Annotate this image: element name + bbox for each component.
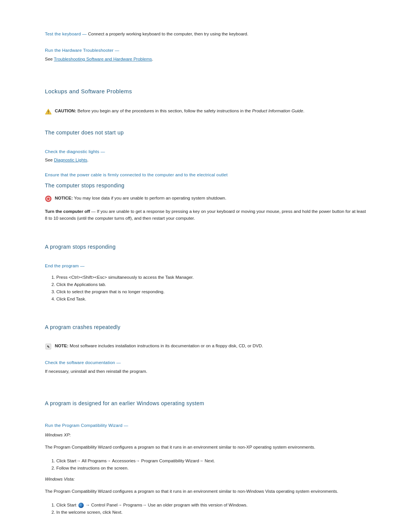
list-item: Click the Applications tab.	[56, 281, 366, 288]
turn-off-block: Turn the computer off — If you are unabl…	[45, 208, 366, 222]
note-block: ✎ NOTE: Most software includes installat…	[45, 343, 366, 350]
list-item: Press <Ctrl><Shift><Esc> simultaneously …	[56, 274, 366, 281]
keyboard-step-text: Connect a properly working keyboard to t…	[88, 32, 248, 36]
winvista-step1-prefix: Click Start	[56, 503, 78, 507]
check-diag-label: Check the diagnostic lights	[45, 149, 99, 154]
notice-text: NOTICE: You may lose data if you are una…	[55, 195, 226, 201]
note-text: NOTE: Most software includes installatio…	[55, 343, 263, 349]
check-doc-text: If necessary, uninstall and then reinsta…	[45, 368, 366, 375]
svg-point-4	[47, 197, 50, 200]
stops-responding-heading: The computer stops responding	[45, 182, 366, 190]
program-stops-steps: Press <Ctrl><Shift><Esc> simultaneously …	[56, 274, 366, 303]
keyboard-step-label: Test the keyboard	[45, 32, 81, 36]
winvista-text: The Program Compatibility Wizard configu…	[45, 488, 366, 495]
winxp-label-block: Windows XP:	[45, 432, 366, 439]
list-item: In the welcome screen, click Next.	[56, 509, 366, 516]
no-startup-heading: The computer does not start up	[45, 129, 366, 137]
list-item: Click to select the program that is no l…	[56, 289, 366, 295]
end-program-block: End the program —	[45, 262, 366, 269]
notice-block: NOTICE: You may lose data if you are una…	[45, 195, 366, 202]
run-wizard-block: Run the Program Compatibility Wizard —	[45, 422, 366, 429]
winxp-text: The Program Compatibility Wizard configu…	[45, 444, 366, 451]
winxp-steps: Click Start→ All Programs→ Accessories→ …	[56, 458, 366, 472]
hardware-troubleshooter-see: See Troubleshooting Software and Hardwar…	[45, 56, 366, 63]
hardware-troubleshooter-dash: —	[115, 48, 119, 53]
winvista-label-block: Windows Vista:	[45, 476, 366, 483]
end-program-dash: —	[80, 264, 84, 268]
keyboard-step-block: Test the keyboard — Connect a properly w…	[45, 30, 366, 38]
winvista-step1-suffix: → Control Panel→ Programs→ Use an older …	[84, 503, 248, 507]
caution-block: ! CAUTION: Before you begin any of the p…	[45, 108, 366, 115]
end-program-label: End the program	[45, 264, 79, 268]
check-diag-see: See Diagnostic Lights.	[45, 157, 366, 164]
check-doc-label: Check the software documentation	[45, 360, 115, 365]
list-item: Click Start→ All Programs→ Accessories→ …	[56, 458, 366, 464]
hardware-troubleshooter-label: Run the Hardware Troubleshooter	[45, 48, 113, 53]
list-item: Click End Task.	[56, 296, 366, 302]
lockups-heading: Lockups and Software Problems	[45, 87, 366, 96]
keyboard-step-dash: —	[82, 32, 88, 36]
winvista-steps: Click Start → Control Panel→ Programs→ U…	[56, 502, 366, 516]
check-doc-dash: —	[116, 360, 121, 365]
check-diag-dash: —	[100, 149, 105, 154]
svg-text:✎: ✎	[47, 345, 50, 349]
troubleshooting-link[interactable]: Troubleshooting Software and Hardware Pr…	[54, 57, 152, 61]
ensure-power-text: Ensure that the power cable is firmly co…	[45, 172, 366, 178]
program-older-os-heading: A program is designed for an earlier Win…	[45, 399, 366, 407]
list-item: Click Start → Control Panel→ Programs→ U…	[56, 502, 366, 508]
caution-icon: !	[45, 108, 52, 115]
notice-icon	[45, 195, 52, 202]
program-stops-heading: A program stops responding	[45, 243, 366, 251]
program-crashes-heading: A program crashes repeatedly	[45, 323, 366, 331]
run-wizard-dash: —	[124, 423, 128, 428]
check-doc-block: Check the software documentation —	[45, 359, 366, 366]
hardware-troubleshooter-block: Run the Hardware Troubleshooter — See Tr…	[45, 47, 366, 63]
check-diag-block: Check the diagnostic lights —	[45, 148, 366, 155]
list-item: Follow the instructions on the screen.	[56, 465, 366, 471]
caution-text: CAUTION: Before you begin any of the pro…	[55, 108, 304, 114]
diagnostic-lights-link[interactable]: Diagnostic Lights	[54, 158, 88, 162]
svg-text:!: !	[48, 110, 49, 114]
note-icon: ✎	[45, 343, 52, 350]
windows-start-icon	[78, 503, 84, 508]
run-wizard-label: Run the Program Compatibility Wizard	[45, 423, 123, 428]
